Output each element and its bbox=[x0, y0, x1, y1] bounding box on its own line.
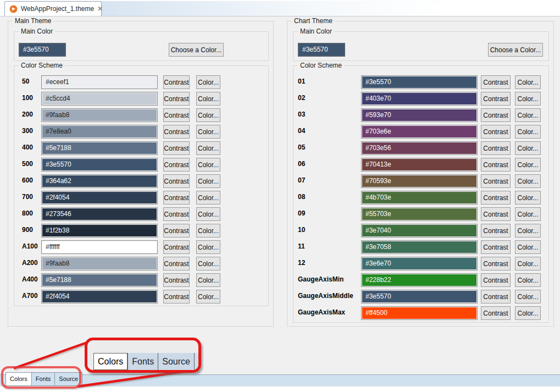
contrast-button[interactable]: Contrast bbox=[481, 125, 511, 139]
color-swatch-field[interactable]: #70413e bbox=[361, 158, 478, 172]
color-swatch-field[interactable]: #403e70 bbox=[361, 92, 478, 106]
contrast-button[interactable]: Contrast bbox=[481, 224, 511, 238]
color-swatch-field[interactable]: #ffffff bbox=[41, 240, 158, 254]
color-swatch-field[interactable]: #1f2b38 bbox=[41, 224, 158, 238]
color-swatch-field[interactable]: #593e70 bbox=[361, 108, 478, 122]
color-button[interactable]: Color... bbox=[515, 141, 541, 155]
color-swatch-field[interactable]: #2f4054 bbox=[41, 290, 158, 303]
contrast-button[interactable]: Contrast bbox=[163, 257, 190, 270]
color-swatch-field[interactable]: #9faab8 bbox=[41, 108, 158, 122]
color-button[interactable]: Color... bbox=[515, 207, 541, 221]
color-button[interactable]: Color... bbox=[515, 306, 541, 320]
color-button[interactable]: Color... bbox=[196, 92, 220, 106]
choose-color-button[interactable]: Choose a Color... bbox=[169, 43, 224, 57]
color-button[interactable]: Color... bbox=[196, 125, 220, 139]
contrast-button[interactable]: Contrast bbox=[163, 141, 190, 155]
color-swatch-field[interactable]: #703e6e bbox=[361, 125, 478, 139]
contrast-button[interactable]: Contrast bbox=[481, 141, 511, 155]
contrast-button[interactable]: Contrast bbox=[481, 75, 511, 89]
color-button[interactable]: Color... bbox=[515, 108, 541, 122]
color-swatch-field[interactable]: #ff4500 bbox=[361, 306, 478, 320]
color-scheme-row-label: 400 bbox=[22, 143, 33, 151]
choose-color-button[interactable]: Choose a Color... bbox=[488, 43, 543, 57]
color-button[interactable]: Color... bbox=[515, 75, 541, 89]
color-button[interactable]: Color... bbox=[196, 224, 220, 238]
color-scheme-row-label: 12 bbox=[298, 259, 305, 267]
color-button[interactable]: Color... bbox=[196, 257, 220, 270]
color-swatch-field[interactable]: #3e5570 bbox=[41, 158, 158, 172]
color-hex-value: #9faab8 bbox=[42, 257, 157, 270]
color-button[interactable]: Color... bbox=[196, 158, 220, 172]
color-swatch-field[interactable]: #703e56 bbox=[361, 141, 478, 155]
color-swatch-field[interactable]: #9faab8 bbox=[41, 257, 158, 270]
color-button[interactable]: Color... bbox=[515, 273, 541, 287]
color-swatch-field[interactable]: #7e8ea0 bbox=[41, 125, 158, 139]
color-swatch-field[interactable]: #70593e bbox=[361, 174, 478, 188]
color-swatch-field[interactable]: #228b22 bbox=[361, 273, 478, 287]
color-swatch-field[interactable]: #c5ccd4 bbox=[41, 92, 158, 106]
color-button[interactable]: Color... bbox=[196, 240, 220, 254]
color-swatch-field[interactable]: #5e7188 bbox=[41, 141, 158, 155]
color-swatch-field[interactable]: #5e7188 bbox=[41, 273, 158, 287]
contrast-button[interactable]: Contrast bbox=[163, 75, 190, 89]
color-button[interactable]: Color... bbox=[515, 92, 541, 106]
contrast-button[interactable]: Contrast bbox=[481, 108, 511, 122]
color-swatch-field[interactable]: #3e6e70 bbox=[361, 257, 478, 270]
color-swatch-field[interactable]: #eceef1 bbox=[41, 75, 158, 89]
contrast-button[interactable]: Contrast bbox=[163, 191, 190, 205]
contrast-button[interactable]: Contrast bbox=[163, 207, 190, 221]
color-button[interactable]: Color... bbox=[196, 141, 220, 155]
color-swatch-field[interactable]: #273546 bbox=[41, 207, 158, 221]
color-button[interactable]: Color... bbox=[196, 75, 220, 89]
main-color-group-label: Main Color bbox=[19, 27, 55, 35]
color-button[interactable]: Color... bbox=[515, 125, 541, 139]
contrast-button[interactable]: Contrast bbox=[481, 306, 511, 320]
contrast-button[interactable]: Contrast bbox=[163, 224, 190, 238]
color-button[interactable]: Color... bbox=[196, 191, 220, 205]
contrast-button[interactable]: Contrast bbox=[481, 191, 511, 205]
tab-close-icon[interactable]: ✕ bbox=[97, 5, 103, 13]
color-button[interactable]: Color... bbox=[515, 240, 541, 254]
color-button[interactable]: Color... bbox=[196, 174, 220, 188]
color-swatch-field[interactable]: #3e7040 bbox=[361, 224, 478, 238]
color-button[interactable]: Color... bbox=[515, 290, 541, 303]
color-swatch-field[interactable]: #55703e bbox=[361, 207, 478, 221]
color-swatch-field[interactable]: #4b703e bbox=[361, 191, 478, 205]
contrast-button[interactable]: Contrast bbox=[163, 273, 190, 287]
contrast-button[interactable]: Contrast bbox=[481, 92, 511, 106]
color-swatch-field[interactable]: #3e7058 bbox=[361, 240, 478, 254]
color-button[interactable]: Color... bbox=[196, 108, 220, 122]
color-swatch-field[interactable]: #3e5570 bbox=[361, 290, 478, 303]
color-scheme-row: GaugeAxisMin #228b22 Contrast Color... bbox=[293, 273, 548, 287]
color-swatch-field[interactable]: #364a62 bbox=[41, 174, 158, 188]
color-button[interactable]: Color... bbox=[515, 174, 541, 188]
color-button[interactable]: Color... bbox=[515, 257, 541, 270]
main-color-swatch-field[interactable]: #3e5570 bbox=[19, 43, 66, 57]
contrast-button[interactable]: Contrast bbox=[481, 158, 511, 172]
color-button[interactable]: Color... bbox=[515, 158, 541, 172]
contrast-button[interactable]: Contrast bbox=[163, 125, 190, 139]
color-scheme-row: 400 #5e7188 Contrast Color... bbox=[14, 141, 268, 155]
color-swatch-field[interactable]: #2f4054 bbox=[41, 191, 158, 205]
contrast-button[interactable]: Contrast bbox=[163, 240, 190, 254]
contrast-button[interactable]: Contrast bbox=[163, 92, 190, 106]
color-button[interactable]: Color... bbox=[515, 224, 541, 238]
color-button[interactable]: Color... bbox=[196, 273, 220, 287]
color-swatch-field[interactable]: #3e5570 bbox=[361, 75, 478, 89]
theme-file-icon bbox=[9, 5, 18, 13]
contrast-button[interactable]: Contrast bbox=[481, 240, 511, 254]
color-button[interactable]: Color... bbox=[196, 290, 220, 303]
contrast-button[interactable]: Contrast bbox=[163, 158, 190, 172]
editor-tab-webappproject-theme[interactable]: WebAppProject_1.theme ✕ bbox=[4, 1, 102, 16]
main-color-swatch-field[interactable]: #3e5570 bbox=[298, 43, 345, 57]
contrast-button[interactable]: Contrast bbox=[481, 273, 511, 287]
contrast-button[interactable]: Contrast bbox=[481, 290, 511, 303]
contrast-button[interactable]: Contrast bbox=[481, 174, 511, 188]
contrast-button[interactable]: Contrast bbox=[481, 257, 511, 270]
color-button[interactable]: Color... bbox=[196, 207, 220, 221]
color-button[interactable]: Color... bbox=[515, 191, 541, 205]
contrast-button[interactable]: Contrast bbox=[163, 108, 190, 122]
contrast-button[interactable]: Contrast bbox=[481, 207, 511, 221]
contrast-button[interactable]: Contrast bbox=[163, 174, 190, 188]
contrast-button[interactable]: Contrast bbox=[163, 290, 190, 303]
